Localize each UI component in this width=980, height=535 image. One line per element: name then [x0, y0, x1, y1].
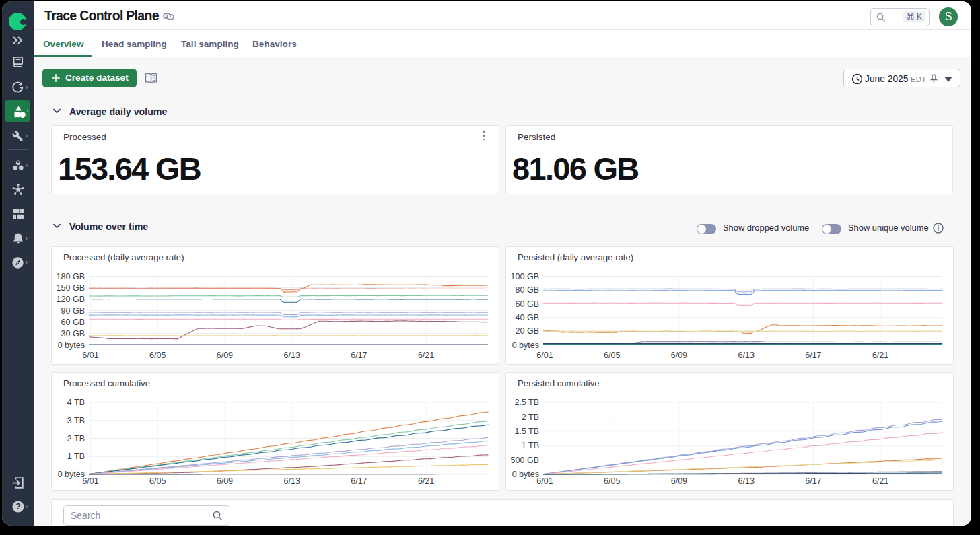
svg-text:6/21: 6/21	[418, 476, 434, 486]
svg-text:120 GB: 120 GB	[57, 295, 85, 304]
svg-text:?: ?	[15, 502, 21, 511]
svg-text:6/17: 6/17	[805, 351, 821, 360]
svg-text:2 TB: 2 TB	[67, 434, 85, 443]
svg-text:6/13: 6/13	[738, 351, 755, 360]
svg-text:1.5 TB: 1.5 TB	[514, 427, 539, 436]
svg-text:60 GB: 60 GB	[61, 318, 85, 327]
svg-text:6/17: 6/17	[805, 476, 821, 486]
svg-text:2.5 TB: 2.5 TB	[514, 398, 539, 407]
svg-text:6/17: 6/17	[351, 476, 367, 486]
svg-text:3 TB: 3 TB	[67, 416, 85, 425]
svg-text:30 GB: 30 GB	[61, 329, 85, 338]
svg-text:6/21: 6/21	[418, 351, 434, 360]
svg-text:40 GB: 40 GB	[516, 313, 539, 322]
svg-text:150 GB: 150 GB	[57, 283, 85, 293]
svg-text:6/13: 6/13	[284, 476, 300, 486]
svg-text:6/13: 6/13	[738, 476, 755, 486]
svg-text:180 GB: 180 GB	[57, 272, 85, 281]
svg-text:6/13: 6/13	[284, 351, 300, 360]
svg-text:6/21: 6/21	[872, 476, 888, 486]
svg-text:6/01: 6/01	[536, 476, 553, 486]
svg-text:0 bytes: 0 bytes	[512, 470, 539, 479]
svg-text:6/05: 6/05	[604, 476, 620, 486]
svg-text:6/21: 6/21	[872, 351, 888, 360]
svg-text:4 TB: 4 TB	[67, 398, 85, 407]
svg-text:90 GB: 90 GB	[61, 306, 85, 316]
svg-text:6/05: 6/05	[604, 351, 620, 360]
svg-text:6/09: 6/09	[671, 351, 687, 360]
svg-text:0 bytes: 0 bytes	[512, 341, 539, 350]
svg-text:0 bytes: 0 bytes	[58, 341, 85, 350]
svg-text:6/17: 6/17	[351, 351, 367, 360]
svg-text:1 TB: 1 TB	[67, 452, 85, 461]
svg-text:1 TB: 1 TB	[522, 441, 539, 450]
svg-text:6/09: 6/09	[217, 351, 233, 360]
svg-text:6/01: 6/01	[82, 476, 98, 486]
svg-text:20 GB: 20 GB	[516, 326, 539, 336]
svg-text:80 GB: 80 GB	[516, 285, 539, 295]
svg-text:0 bytes: 0 bytes	[58, 470, 85, 479]
svg-text:6/05: 6/05	[149, 476, 166, 486]
svg-text:500 GB: 500 GB	[511, 456, 539, 465]
svg-text:60 GB: 60 GB	[516, 299, 539, 309]
svg-text:6/05: 6/05	[149, 351, 166, 360]
svg-text:100 GB: 100 GB	[511, 272, 539, 281]
svg-text:6/09: 6/09	[217, 476, 233, 486]
svg-text:2 TB: 2 TB	[522, 413, 539, 422]
svg-text:6/01: 6/01	[536, 351, 553, 360]
svg-text:6/01: 6/01	[82, 351, 98, 360]
svg-text:6/09: 6/09	[671, 476, 687, 486]
